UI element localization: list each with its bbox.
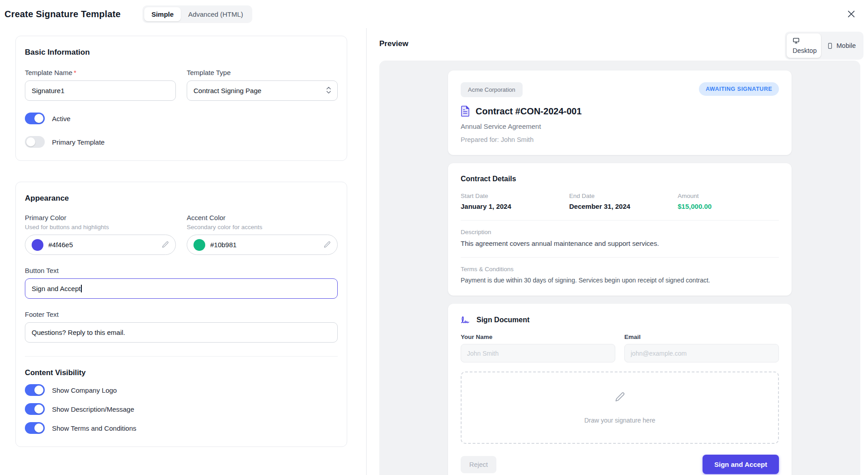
start-date-field: Start Date January 1, 2024 [461, 193, 562, 210]
toggle-knob [34, 404, 43, 414]
your-name-label: Your Name [461, 334, 615, 340]
prepared-for-text: Prepared for: John Smith [461, 136, 779, 143]
toggle-knob [26, 137, 35, 146]
preview-canvas: Acme Corporation AWAITING SIGNATURE Cont… [379, 61, 860, 475]
email-group: Email [624, 334, 779, 362]
show-description-label: Show Description/Message [52, 405, 134, 413]
required-asterisk: * [74, 69, 76, 76]
active-toggle[interactable] [25, 113, 45, 124]
section-divider [25, 356, 338, 357]
status-badge: AWAITING SIGNATURE [699, 82, 779, 96]
show-terms-label: Show Terms and Conditions [52, 424, 137, 432]
edit-pencil-icon[interactable] [161, 241, 169, 249]
description-text: This agreement covers annual maintenance… [461, 240, 779, 247]
device-toggle: Desktop Mobile [785, 32, 863, 60]
sign-and-accept-button[interactable]: Sign and Accept [703, 455, 779, 474]
end-date-value: December 31, 2024 [569, 202, 670, 210]
amount-field: Amount $15,000.00 [678, 193, 779, 210]
primary-template-toggle[interactable] [25, 136, 45, 148]
desktop-view-label: Desktop [793, 47, 816, 54]
primary-color-label: Primary Color [25, 214, 176, 221]
text-cursor [81, 285, 82, 292]
amount-label: Amount [678, 193, 779, 199]
toggle-knob [34, 386, 43, 395]
button-text-input[interactable]: Sign and Accept [25, 278, 338, 299]
primary-template-toggle-label: Primary Template [52, 138, 104, 146]
description-label: Description [461, 229, 779, 235]
email-input[interactable] [624, 344, 779, 362]
show-company-logo-row: Show Company Logo [25, 384, 338, 396]
accent-color-hex: #10b981 [210, 241, 236, 249]
content-visibility-heading: Content Visibility [25, 368, 338, 377]
sign-document-heading: Sign Document [476, 316, 529, 324]
primary-color-hex: #4f46e5 [48, 241, 73, 249]
amount-value: $15,000.00 [678, 202, 779, 210]
appearance-card: Appearance Primary Color Used for button… [15, 182, 347, 447]
active-toggle-label: Active [52, 115, 71, 122]
accent-color-help: Secondary color for accents [187, 224, 338, 230]
template-name-label: Template Name* [25, 69, 176, 76]
show-company-logo-label: Show Company Logo [52, 386, 117, 394]
toggle-knob [34, 423, 43, 433]
contract-details-heading: Contract Details [461, 175, 779, 183]
button-text-value: Sign and Accept [32, 285, 80, 292]
footer-text-label: Footer Text [25, 310, 338, 318]
signature-icon [461, 315, 472, 325]
primary-color-field[interactable]: #4f46e5 [25, 235, 176, 255]
desktop-view-button[interactable]: Desktop [787, 33, 821, 58]
mobile-phone-icon [827, 42, 833, 49]
show-description-toggle[interactable] [25, 403, 45, 415]
accent-color-group: Accent Color Secondary color for accents… [187, 214, 338, 255]
basic-information-card: Basic Information Template Name* Templat… [15, 36, 347, 161]
your-name-group: Your Name [461, 334, 615, 362]
contract-subtitle: Annual Service Agreement [461, 122, 779, 130]
template-name-input[interactable] [25, 80, 176, 101]
tab-advanced-html[interactable]: Advanced (HTML) [181, 7, 250, 21]
divider [461, 257, 779, 258]
start-date-label: Start Date [461, 193, 562, 199]
terms-label: Terms & Conditions [461, 266, 779, 273]
signature-hint: Draw your signature here [584, 417, 655, 424]
accent-color-swatch [193, 239, 205, 251]
mobile-view-label: Mobile [836, 42, 856, 49]
page-title: Create Signature Template [5, 9, 121, 19]
your-name-input[interactable] [461, 344, 615, 362]
appearance-heading: Appearance [25, 194, 338, 203]
divider [461, 220, 779, 221]
footer-text-input[interactable] [25, 322, 338, 343]
end-date-label: End Date [569, 193, 670, 199]
show-company-logo-toggle[interactable] [25, 384, 45, 396]
accent-color-label: Accent Color [187, 214, 338, 221]
basic-information-heading: Basic Information [25, 48, 338, 57]
mobile-view-button[interactable]: Mobile [821, 38, 862, 53]
template-type-value: Contract Signing Page [193, 87, 261, 94]
email-label: Email [624, 334, 779, 340]
contract-header-card: Acme Corporation AWAITING SIGNATURE Cont… [448, 71, 792, 155]
chevron-up-down-icon [326, 86, 331, 95]
primary-template-toggle-row: Primary Template [25, 136, 338, 148]
signature-pad[interactable]: Draw your signature here [461, 372, 779, 444]
template-name-group: Template Name* [25, 69, 176, 101]
reject-button[interactable]: Reject [461, 456, 496, 473]
close-button[interactable] [846, 9, 856, 19]
footer-text-group: Footer Text [25, 310, 338, 343]
terms-text: Payment is due within 30 days of signing… [461, 277, 779, 284]
button-text-group: Button Text Sign and Accept [25, 267, 338, 299]
active-toggle-row: Active [25, 113, 338, 124]
toggle-knob [34, 114, 43, 123]
primary-color-swatch [32, 239, 43, 251]
close-icon [846, 9, 856, 19]
company-logo-badge: Acme Corporation [461, 82, 523, 97]
show-description-row: Show Description/Message [25, 403, 338, 415]
primary-color-help: Used for buttons and highlights [25, 224, 176, 230]
edit-pencil-icon[interactable] [323, 241, 331, 249]
sign-document-card: Sign Document Your Name Email [448, 304, 792, 475]
mode-tabs: Simple Advanced (HTML) [142, 5, 252, 23]
primary-color-group: Primary Color Used for buttons and highl… [25, 214, 176, 255]
template-type-select[interactable]: Contract Signing Page [187, 80, 338, 101]
tab-simple[interactable]: Simple [144, 7, 181, 21]
accent-color-field[interactable]: #10b981 [187, 235, 338, 255]
start-date-value: January 1, 2024 [461, 202, 562, 210]
pencil-icon [614, 391, 626, 405]
show-terms-toggle[interactable] [25, 422, 45, 434]
